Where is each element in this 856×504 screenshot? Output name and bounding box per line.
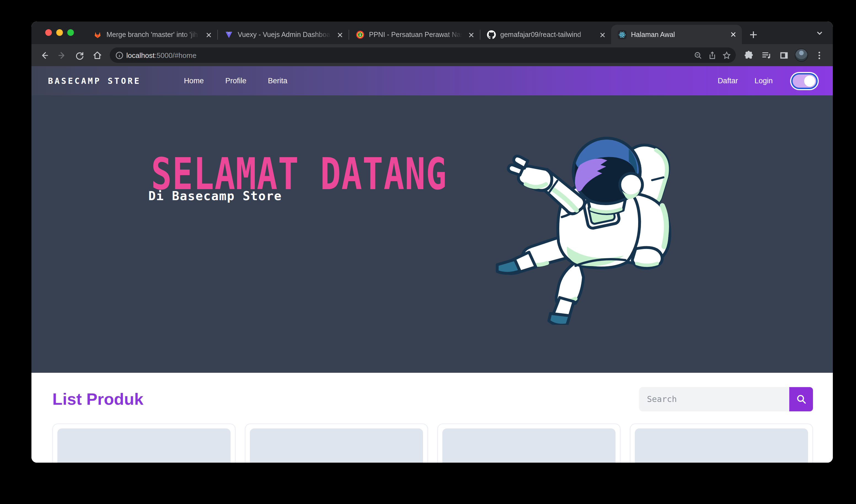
- tab-vuexy[interactable]: Vuexy - Vuejs Admin Dashboar: [218, 25, 349, 44]
- close-tab-icon[interactable]: [729, 30, 737, 39]
- nav-links: Home Profile Berita: [184, 77, 287, 85]
- url-host: localhost: [126, 51, 155, 59]
- browser-window: Merge branch 'master' into 'jih Vuexy - …: [32, 21, 833, 463]
- close-tab-icon[interactable]: [335, 30, 344, 39]
- window-controls: [45, 29, 74, 36]
- brand-logo[interactable]: BASECAMP STORE: [48, 76, 141, 86]
- search-input[interactable]: [639, 387, 789, 411]
- site-navbar: BASECAMP STORE Home Profile Berita Dafta…: [32, 66, 833, 95]
- search-icon: [796, 394, 806, 404]
- side-panel-icon[interactable]: [775, 47, 792, 64]
- search-bar: [639, 387, 813, 411]
- search-button[interactable]: [789, 387, 813, 411]
- nav-link-daftar[interactable]: Daftar: [717, 77, 738, 85]
- product-card-list: [52, 424, 813, 463]
- tab-github-repo[interactable]: gemafajar09/react-tailwind: [480, 25, 611, 44]
- tab-gitlab-merge[interactable]: Merge branch 'master' into 'jih: [87, 25, 217, 44]
- tab-search-chevron-icon[interactable]: [816, 29, 823, 39]
- vuexy-icon: [225, 30, 233, 39]
- back-button[interactable]: [36, 47, 52, 64]
- gitlab-icon: [93, 30, 102, 39]
- browser-menu-icon[interactable]: [811, 47, 827, 64]
- close-tab-icon[interactable]: [598, 30, 607, 39]
- product-card[interactable]: [630, 424, 813, 463]
- zoom-window-button[interactable]: [67, 29, 74, 36]
- desktop: Merge branch 'master' into 'jih Vuexy - …: [0, 0, 856, 504]
- reload-button[interactable]: [71, 47, 88, 64]
- astronaut-illustration: [490, 126, 683, 325]
- share-icon[interactable]: [705, 48, 719, 62]
- hero-section: SELAMAT DATANG Di Basecamp Store: [32, 95, 833, 373]
- tabs: Merge branch 'master' into 'jih Vuexy - …: [87, 21, 761, 44]
- address-bar[interactable]: localhost:5000/#home: [110, 48, 736, 63]
- close-tab-icon[interactable]: [204, 30, 213, 39]
- theme-toggle-knob: [804, 75, 815, 86]
- close-window-button[interactable]: [45, 29, 52, 36]
- profile-avatar[interactable]: [795, 49, 808, 62]
- products-header: List Produk: [52, 387, 813, 411]
- zoom-out-icon[interactable]: [691, 48, 705, 62]
- product-image-placeholder: [442, 429, 616, 463]
- home-button[interactable]: [89, 47, 105, 64]
- hero-subtitle: Di Basecamp Store: [148, 189, 282, 203]
- theme-toggle[interactable]: [792, 74, 816, 87]
- tab-halaman-awal[interactable]: Halaman Awal: [611, 25, 742, 44]
- product-image-placeholder: [250, 429, 423, 463]
- ppni-icon: [356, 30, 364, 39]
- tab-strip: Merge branch 'master' into 'jih Vuexy - …: [32, 21, 833, 44]
- site-info-icon[interactable]: [112, 48, 126, 62]
- browser-toolbar: localhost:5000/#home: [32, 44, 833, 66]
- product-image-placeholder: [57, 429, 231, 463]
- minimize-window-button[interactable]: [56, 29, 63, 36]
- product-card[interactable]: [245, 424, 428, 463]
- products-section: List Produk: [32, 373, 833, 463]
- web-page: BASECAMP STORE Home Profile Berita Dafta…: [32, 66, 833, 463]
- forward-button[interactable]: [54, 47, 70, 64]
- new-tab-button[interactable]: [746, 28, 761, 42]
- nav-link-home[interactable]: Home: [184, 77, 204, 85]
- tab-ppni[interactable]: PPNI - Persatuan Perawat Nasi: [349, 25, 480, 44]
- tab-title: Vuexy - Vuejs Admin Dashboar: [238, 31, 331, 39]
- tab-title: PPNI - Persatuan Perawat Nasi: [369, 31, 462, 39]
- nav-link-berita[interactable]: Berita: [268, 77, 287, 85]
- tab-title: Halaman Awal: [631, 31, 724, 38]
- react-icon: [618, 30, 627, 39]
- tab-title: gemafajar09/react-tailwind: [500, 31, 593, 39]
- product-card[interactable]: [52, 424, 235, 463]
- product-card[interactable]: [438, 424, 621, 463]
- github-icon: [487, 30, 496, 39]
- close-tab-icon[interactable]: [467, 30, 476, 39]
- product-image-placeholder: [635, 429, 808, 463]
- products-heading: List Produk: [52, 390, 143, 409]
- nav-link-login[interactable]: Login: [754, 77, 773, 85]
- tab-title: Merge branch 'master' into 'jih: [106, 31, 200, 39]
- media-playlist-icon[interactable]: [758, 47, 774, 64]
- extensions-puzzle-icon[interactable]: [740, 47, 757, 64]
- nav-right: Daftar Login: [717, 74, 816, 87]
- nav-link-profile[interactable]: Profile: [225, 77, 247, 85]
- url-rest: :5000/#home: [155, 51, 197, 59]
- url-text: localhost:5000/#home: [126, 51, 691, 59]
- bookmark-star-icon[interactable]: [719, 48, 734, 62]
